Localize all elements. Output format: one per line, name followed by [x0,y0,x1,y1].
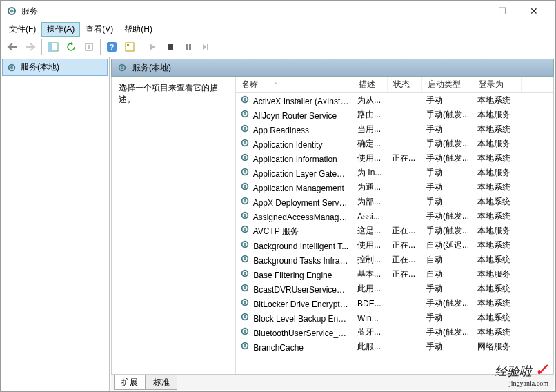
cell-desc: 确定... [353,137,388,151]
service-row[interactable]: Application Management为通...手动本地系统 [236,180,553,195]
svg-point-14 [10,66,13,69]
close-button[interactable]: ✕ [518,1,550,21]
cell-startup: 手动(触发... [422,209,473,224]
cell-startup: 自动 [422,253,473,267]
cell-startup: 手动 [422,340,473,354]
cell-status [388,172,422,175]
cell-startup: 手动(触发... [422,137,473,151]
service-row[interactable]: AppX Deployment Servic...为部...手动本地系统 [236,195,553,209]
help-button[interactable]: ? [103,39,120,55]
refresh-button[interactable] [63,39,79,55]
service-row[interactable]: Background Tasks Infras...控制...正在...自动本地… [236,253,553,267]
svg-point-1 [10,10,13,12]
cell-desc: 这是... [353,224,388,238]
cell-startup: 手动 [422,93,473,108]
window-title: 服务 [21,6,455,17]
pause-service-button[interactable] [180,39,197,55]
tree-root-label: 服务(本地) [21,61,59,73]
service-row[interactable]: Base Filtering Engine基本...正在...自动本地服务 [236,267,553,282]
cell-logon: 本地系统 [473,296,522,311]
minimize-button[interactable]: — [455,1,486,21]
svg-point-38 [244,243,246,246]
col-status[interactable]: 状态 [388,77,422,92]
cell-status [388,302,422,305]
col-description[interactable]: 描述 [353,77,388,92]
menu-action[interactable]: 操作(A) [41,22,80,37]
cell-status: 正在... [388,224,422,238]
cell-logon: 本地服务 [473,137,522,151]
checkmark-icon: ✓ [535,361,548,379]
stop-service-button[interactable] [162,39,179,55]
cell-status [388,99,422,102]
description-prompt: 选择一个项目来查看它的描述。 [119,83,218,104]
show-hide-button[interactable] [45,39,61,55]
service-row[interactable]: BcastDVRUserService_4d...此用...手动本地系统 [236,282,553,296]
service-row[interactable]: Application Layer Gatewa...为 In...手动本地服务 [236,166,553,180]
service-row[interactable]: Application Information使用...正在...手动(触发..… [236,151,553,166]
restart-service-button[interactable] [198,39,215,55]
svg-point-34 [244,214,246,217]
col-startup[interactable]: 启动类型 [422,77,473,92]
col-logon[interactable]: 登录为 [473,77,522,92]
service-row[interactable]: AVCTP 服务这是...正在...手动(触发...本地服务 [236,224,553,238]
watermark: 经验啦 ✓ jingyanla.com [495,360,549,387]
tab-extended[interactable]: 扩展 [114,375,146,390]
forward-button[interactable] [22,39,39,55]
cell-name: BluetoothUserService_4d... [236,325,353,340]
service-row[interactable]: Background Intelligent T...使用...正在...自动(… [236,238,553,253]
cell-name: AppX Deployment Servic... [236,195,353,209]
cell-desc: 路由... [353,108,388,122]
service-row[interactable]: AssignedAccessManager...Assi...手动(触发...本… [236,209,553,224]
properties-button[interactable] [121,39,138,55]
cell-startup: 手动(触发... [422,325,473,340]
tab-standard[interactable]: 标准 [146,375,177,390]
cell-name: Block Level Backup Engi... [236,311,353,325]
cell-status [388,215,422,218]
service-row[interactable]: Application Identity确定...手动(触发...本地服务 [236,137,553,151]
cell-name: AllJoyn Router Service [236,108,353,122]
start-service-button[interactable] [144,39,161,55]
svg-point-22 [244,127,246,130]
cell-startup: 手动 [422,122,473,137]
back-button[interactable] [4,39,21,55]
cell-logon: 本地系统 [473,253,522,267]
service-row[interactable]: ActiveX Installer (AxInstSV)为从...手动本地系统 [236,93,553,108]
panel-title: 服务(本地) [132,62,171,74]
service-list[interactable]: ActiveX Installer (AxInstSV)为从...手动本地系统 … [236,93,553,374]
gear-icon [117,63,127,72]
panel-header: 服务(本地) [111,59,554,77]
cell-name: AssignedAccessManager... [236,209,353,224]
col-name[interactable]: 名称ˆ [236,77,353,92]
service-row[interactable]: Block Level Backup Engi...Win...手动本地系统 [236,311,553,325]
cell-desc: 使用... [353,238,388,253]
menu-view[interactable]: 查看(V) [80,22,119,37]
cell-logon: 本地系统 [473,311,522,325]
cell-name: ActiveX Installer (AxInstSV) [236,93,353,108]
svg-rect-12 [207,44,208,50]
cell-name: Application Management [236,180,353,195]
maximize-button[interactable]: ☐ [486,1,518,21]
cell-startup: 自动(延迟... [422,238,473,253]
cell-status [388,201,422,204]
svg-point-24 [244,141,246,144]
service-row[interactable]: BranchCache此服...手动网络服务 [236,340,553,354]
service-row[interactable]: BitLocker Drive Encryptio...BDE...手动(触发.… [236,296,553,311]
cell-status [388,317,422,320]
menu-help[interactable]: 帮助(H) [119,22,158,37]
cell-name: AVCTP 服务 [236,223,353,239]
cell-desc: Win... [353,312,388,324]
cell-desc: 控制... [353,253,388,267]
service-row[interactable]: BluetoothUserService_4d...蓝牙...手动(触发...本… [236,325,553,340]
export-button[interactable] [81,39,97,55]
cell-logon: 本地服务 [473,166,522,180]
cell-logon: 本地系统 [473,93,522,108]
tree-root-services[interactable]: 服务(本地) [2,59,108,76]
cell-desc: Assi... [353,210,388,223]
cell-name: BranchCache [236,340,353,354]
menu-file[interactable]: 文件(F) [3,22,41,37]
tree-panel: 服务(本地) [1,57,110,391]
service-row[interactable]: AllJoyn Router Service路由...手动(触发...本地服务 [236,108,553,122]
cell-logon: 本地系统 [473,325,522,340]
service-row[interactable]: App Readiness当用...手动本地系统 [236,122,553,137]
cell-logon: 本地服务 [473,108,522,122]
